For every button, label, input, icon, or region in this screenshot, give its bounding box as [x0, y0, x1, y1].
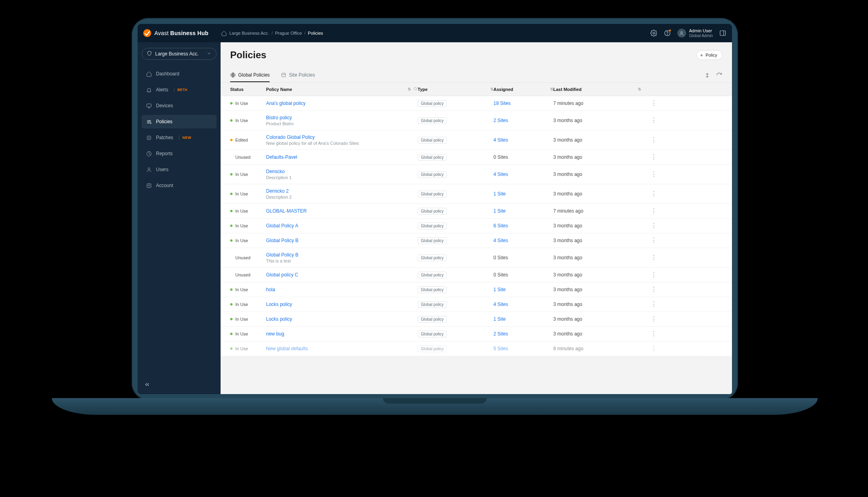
row-menu-button[interactable]: ⋮ — [641, 191, 657, 197]
col-name[interactable]: Policy Name ⇅ — [266, 87, 418, 92]
assigned-link[interactable]: 6 Sites — [493, 223, 508, 229]
search-icon[interactable] — [413, 87, 418, 92]
policy-link[interactable]: Global Policy B — [266, 252, 418, 258]
cell-modified: 7 minutes ago — [553, 208, 641, 214]
breadcrumb-root[interactable]: Large Business Acc. — [229, 31, 269, 36]
assigned-link[interactable]: 4 Sites — [493, 137, 508, 143]
row-menu-button[interactable]: ⋮ — [641, 117, 657, 124]
cell-status: Unused — [230, 255, 266, 260]
breadcrumb-site[interactable]: Prague Office — [275, 31, 302, 36]
cell-assigned: 1 Site — [493, 208, 553, 214]
cell-assigned: 4 Sites — [493, 137, 553, 143]
row-menu-button[interactable]: ⋮ — [641, 208, 657, 214]
column-settings-icon[interactable] — [704, 72, 710, 79]
assigned-link[interactable]: 4 Sites — [493, 238, 508, 243]
collapse-sidebar-button[interactable] — [142, 380, 152, 389]
row-menu-button[interactable]: ⋮ — [641, 286, 657, 293]
sort-icon[interactable]: ⇅ — [550, 87, 553, 91]
row-menu-button[interactable]: ⋮ — [641, 100, 657, 106]
row-menu-button[interactable]: ⋮ — [641, 237, 657, 244]
cell-name: Defaults-Pavel — [266, 154, 418, 160]
policy-link[interactable]: Demicko — [266, 169, 418, 174]
account-icon — [146, 182, 152, 189]
sidebar-item-patches[interactable]: PatchesNEW — [142, 131, 217, 144]
tab-global-policies[interactable]: Global Policies — [230, 69, 270, 82]
row-menu-button[interactable]: ⋮ — [641, 345, 657, 352]
sidebar-item-policies[interactable]: Policies — [142, 115, 217, 128]
new-policy-button[interactable]: + Policy — [696, 50, 722, 60]
brand[interactable]: Avast Business Hub — [143, 29, 221, 37]
type-chip: Global policy — [418, 237, 447, 244]
row-menu-button[interactable]: ⋮ — [641, 137, 657, 143]
sidebar-item-users[interactable]: Users — [142, 163, 217, 176]
cell-type: Global policy — [418, 101, 493, 106]
policy-link[interactable]: Defaults-Pavel — [266, 154, 418, 160]
cell-type: Global policy — [418, 208, 493, 214]
svg-rect-13 — [147, 183, 151, 187]
sort-icon[interactable]: ⇅ — [638, 87, 641, 91]
col-status[interactable]: Status — [230, 87, 266, 92]
assigned-link[interactable]: 1 Site — [493, 191, 506, 197]
sidebar-item-alerts[interactable]: AlertsBETA — [142, 83, 217, 97]
status-dot-icon — [230, 333, 233, 335]
row-menu-button[interactable]: ⋮ — [641, 171, 657, 178]
policy-link[interactable]: Global policy C — [266, 272, 418, 278]
policy-link[interactable]: Bistro policy — [266, 115, 418, 120]
assigned-link[interactable]: 18 Sites — [493, 101, 511, 106]
policy-link[interactable]: New global defaults — [266, 346, 418, 351]
sidebar-item-dashboard[interactable]: Dashboard — [142, 67, 217, 81]
assigned-link[interactable]: 4 Sites — [493, 302, 508, 307]
settings-icon[interactable] — [650, 30, 657, 37]
row-menu-button[interactable]: ⋮ — [641, 223, 657, 229]
policy-link[interactable]: Locks policy — [266, 302, 418, 307]
sidebar-item-label: Reports — [156, 151, 173, 156]
sidebar-item-label: Alerts — [156, 87, 168, 93]
sidebar-item-account[interactable]: Account — [142, 179, 217, 192]
policy-link[interactable]: Demicko 2 — [266, 188, 418, 194]
col-assigned[interactable]: Assigned ⇅ — [493, 87, 553, 92]
row-menu-button[interactable]: ⋮ — [641, 301, 657, 308]
policy-link[interactable]: Global Policy B — [266, 238, 418, 243]
policy-link[interactable]: GLOBAL-MASTER — [266, 208, 418, 214]
col-type[interactable]: Type ⇅ — [418, 87, 493, 92]
assigned-link[interactable]: 2 Sites — [493, 118, 508, 123]
help-icon[interactable] — [664, 30, 671, 37]
panel-toggle-icon[interactable] — [719, 30, 726, 37]
assigned-link[interactable]: 5 Sites — [493, 346, 508, 351]
row-menu-button[interactable]: ⋮ — [641, 272, 657, 278]
sort-icon[interactable]: ⇅ — [490, 87, 493, 91]
policy-link[interactable]: Locks policy — [266, 316, 418, 322]
type-chip: Global policy — [418, 171, 447, 178]
assigned-link[interactable]: 1 Site — [493, 208, 506, 214]
sidebar-item-devices[interactable]: Devices — [142, 99, 217, 112]
svg-rect-5 — [146, 104, 151, 107]
policy-link[interactable]: hola — [266, 287, 418, 292]
row-menu-button[interactable]: ⋮ — [641, 316, 657, 322]
col-modified[interactable]: Last Modified ⇅ — [553, 87, 641, 92]
assigned-link[interactable]: 2 Sites — [493, 331, 508, 337]
row-menu-button[interactable]: ⋮ — [641, 154, 657, 160]
policy-desc: Description 2 — [266, 195, 418, 199]
sort-icon[interactable]: ⇅ — [408, 87, 411, 91]
tab-site-policies[interactable]: Site Policies — [281, 69, 315, 82]
policy-link[interactable]: new bug — [266, 331, 418, 337]
policy-link[interactable]: Colorado Global Policy — [266, 134, 418, 140]
cell-status: In Use — [230, 317, 266, 321]
row-menu-button[interactable]: ⋮ — [641, 254, 657, 261]
sidebar: Large Business Acc. DashboardAlertsBETAD… — [138, 42, 221, 394]
assigned-link[interactable]: 4 Sites — [493, 172, 508, 177]
refresh-icon[interactable] — [716, 72, 722, 79]
assigned-link[interactable]: 1 Site — [493, 316, 506, 322]
row-menu-button[interactable]: ⋮ — [641, 331, 657, 337]
assigned-link[interactable]: 1 Site — [493, 287, 506, 292]
avatar-icon — [677, 29, 686, 37]
policy-link[interactable]: Ana's global policy — [266, 101, 418, 106]
svg-rect-15 — [282, 73, 286, 77]
sidebar-item-reports[interactable]: Reports — [142, 147, 217, 160]
sidebar-item-label: Devices — [156, 103, 173, 108]
svg-point-7 — [148, 121, 149, 122]
user-menu[interactable]: Admin User Global Admin — [677, 28, 713, 37]
sidebar-item-label: Policies — [156, 119, 172, 124]
policy-link[interactable]: Global Policy A — [266, 223, 418, 229]
account-picker[interactable]: Large Business Acc. — [142, 48, 217, 60]
